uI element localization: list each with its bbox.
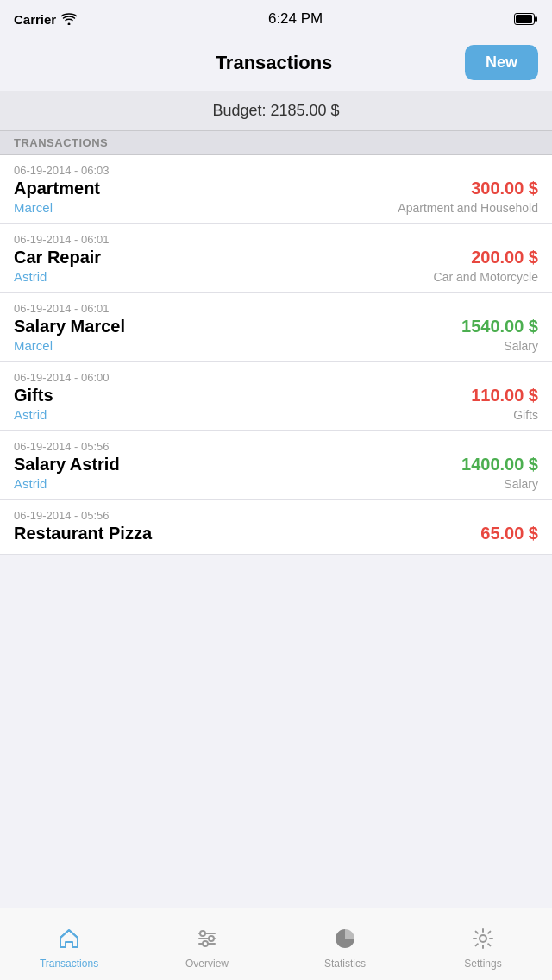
tx-name: Restaurant Pizza — [14, 524, 152, 543]
transaction-item[interactable]: 06-19-2014 - 05:56 Restaurant Pizza 65.0… — [0, 500, 552, 555]
battery-icon — [514, 13, 538, 25]
tab-transactions-label: Transactions — [40, 958, 98, 970]
tx-date: 06-19-2014 - 05:56 — [14, 440, 538, 453]
new-button[interactable]: New — [465, 45, 538, 80]
transaction-item[interactable]: 06-19-2014 - 06:00 Gifts 110.00 $ Astrid… — [0, 362, 552, 431]
tx-amount: 65.00 $ — [480, 524, 538, 543]
tx-person: Astrid — [14, 407, 47, 422]
section-header: TRANSACTIONS — [0, 131, 552, 155]
header-title: Transactions — [83, 52, 465, 74]
transaction-item[interactable]: 06-19-2014 - 05:56 Salary Astrid 1400.00… — [0, 431, 552, 500]
tx-person: Astrid — [14, 476, 47, 491]
tx-amount: 200.00 $ — [471, 248, 538, 267]
tab-statistics[interactable]: Statistics — [276, 920, 414, 970]
svg-point-9 — [480, 935, 486, 942]
svg-point-4 — [200, 931, 205, 936]
transaction-item[interactable]: 06-19-2014 - 06:01 Salary Marcel 1540.00… — [0, 293, 552, 362]
tab-transactions[interactable]: Transactions — [0, 920, 138, 970]
budget-banner: Budget: 2185.00 $ — [0, 91, 552, 131]
gear-icon — [471, 927, 495, 954]
tx-person: Marcel — [14, 200, 53, 215]
tx-date: 06-19-2014 - 06:03 — [14, 164, 538, 177]
transaction-list: 06-19-2014 - 06:03 Apartment 300.00 $ Ma… — [0, 155, 552, 555]
tx-category: Salary — [504, 477, 538, 491]
svg-point-8 — [203, 941, 208, 946]
tx-name: Gifts — [14, 386, 53, 405]
sliders-icon — [195, 927, 219, 954]
tab-bar: Transactions Overview Statistics — [0, 908, 552, 980]
status-bar: Carrier 6:24 PM — [0, 0, 552, 38]
pie-chart-icon — [333, 927, 357, 954]
tx-category: Gifts — [513, 408, 538, 422]
status-carrier: Carrier — [14, 12, 77, 27]
tx-category: Salary — [504, 339, 538, 353]
tx-name: Apartment — [14, 179, 100, 198]
tx-name: Car Repair — [14, 248, 101, 267]
tx-amount: 1400.00 $ — [461, 455, 538, 474]
status-time: 6:24 PM — [268, 10, 323, 28]
header: Transactions New — [0, 38, 552, 91]
tab-overview[interactable]: Overview — [138, 920, 276, 970]
tx-date: 06-19-2014 - 05:56 — [14, 509, 538, 522]
tx-category: Apartment and Household — [398, 201, 538, 215]
tab-settings[interactable]: Settings — [414, 920, 552, 970]
tx-name: Salary Marcel — [14, 317, 125, 336]
tx-person: Marcel — [14, 338, 53, 353]
svg-point-6 — [209, 936, 214, 941]
tx-name: Salary Astrid — [14, 455, 120, 474]
transaction-item[interactable]: 06-19-2014 - 06:03 Apartment 300.00 $ Ma… — [0, 155, 552, 224]
tx-amount: 110.00 $ — [471, 386, 538, 405]
home-icon — [57, 927, 81, 954]
wifi-icon — [61, 13, 77, 25]
budget-label: Budget: 2185.00 $ — [212, 102, 339, 119]
svg-rect-2 — [516, 15, 532, 23]
transaction-item[interactable]: 06-19-2014 - 06:01 Car Repair 200.00 $ A… — [0, 224, 552, 293]
tx-date: 06-19-2014 - 06:01 — [14, 302, 538, 315]
tx-date: 06-19-2014 - 06:00 — [14, 371, 538, 384]
tx-person: Astrid — [14, 269, 47, 284]
svg-rect-1 — [535, 16, 537, 22]
tx-amount: 300.00 $ — [471, 179, 538, 198]
tab-overview-label: Overview — [185, 958, 229, 970]
tx-amount: 1540.00 $ — [461, 317, 538, 336]
tx-category: Car and Motorcycle — [434, 270, 538, 284]
status-battery — [514, 13, 538, 25]
tx-date: 06-19-2014 - 06:01 — [14, 233, 538, 246]
tab-statistics-label: Statistics — [324, 958, 366, 970]
tab-settings-label: Settings — [464, 958, 501, 970]
